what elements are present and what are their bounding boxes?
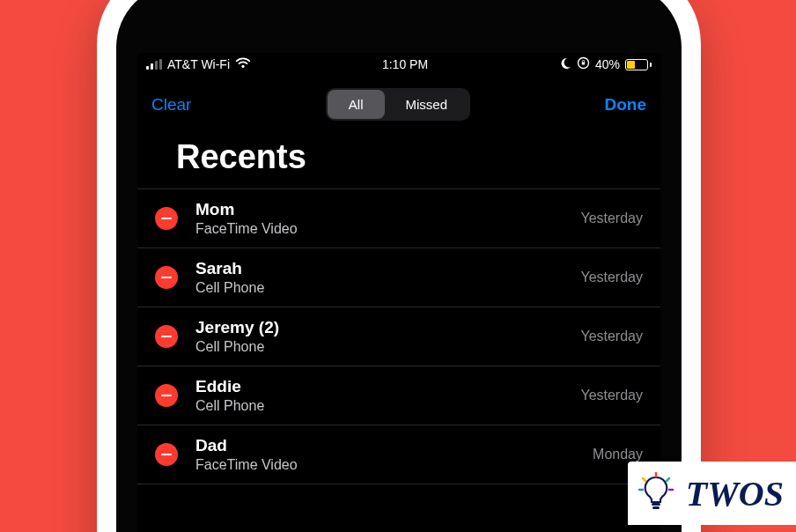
call-entry: Jeremy (2) Cell Phone: [192, 318, 566, 355]
contact-name: Sarah: [195, 259, 566, 278]
contact-name: Jeremy (2): [195, 318, 566, 337]
delete-icon[interactable]: [155, 384, 178, 407]
carrier-label: AT&T Wi-Fi: [167, 57, 230, 71]
call-entry: Sarah Cell Phone: [192, 259, 566, 296]
done-button[interactable]: Done: [605, 95, 647, 115]
segment-missed[interactable]: Missed: [385, 90, 469, 119]
recents-list: Mom FaceTime Video Yesterday Sarah Cell …: [137, 188, 660, 484]
watermark: TWOS: [628, 462, 796, 525]
delete-icon[interactable]: [155, 207, 178, 230]
call-entry: Eddie Cell Phone: [192, 377, 566, 414]
call-time: Yesterday: [580, 329, 643, 344]
segmented-control: All Missed: [326, 88, 470, 121]
list-item[interactable]: Dad FaceTime Video Monday: [137, 425, 660, 484]
call-type: Cell Phone: [195, 398, 566, 414]
lightbulb-icon: [635, 472, 677, 514]
call-time: Yesterday: [580, 388, 643, 403]
svg-rect-1: [582, 63, 585, 65]
list-item[interactable]: Jeremy (2) Cell Phone Yesterday: [137, 307, 660, 366]
contact-name: Mom: [195, 200, 566, 219]
list-item[interactable]: Mom FaceTime Video Yesterday: [137, 188, 660, 248]
svg-line-5: [643, 478, 645, 481]
wifi-icon: [235, 57, 251, 71]
call-entry: Mom FaceTime Video: [192, 200, 566, 237]
call-time: Yesterday: [580, 211, 643, 226]
page-title: Recents: [137, 129, 660, 188]
call-time: Monday: [593, 447, 643, 462]
call-type: Cell Phone: [195, 339, 566, 355]
cell-signal-icon: [146, 59, 162, 70]
call-type: Cell Phone: [195, 280, 566, 296]
status-bar: AT&T Wi-Fi 1:10 PM: [137, 53, 660, 76]
orientation-lock-icon: [577, 56, 590, 72]
svg-line-6: [667, 478, 669, 481]
list-item[interactable]: Sarah Cell Phone Yesterday: [137, 248, 660, 307]
watermark-text: TWOS: [686, 473, 784, 514]
clear-button[interactable]: Clear: [151, 95, 191, 115]
contact-name: Eddie: [195, 377, 566, 396]
call-entry: Dad FaceTime Video: [192, 436, 579, 473]
nav-bar: Clear All Missed Done: [137, 76, 660, 129]
call-type: FaceTime Video: [195, 457, 579, 473]
segment-all[interactable]: All: [328, 90, 385, 119]
contact-name: Dad: [195, 436, 579, 455]
moon-icon: [559, 57, 571, 72]
status-time: 1:10 PM: [382, 57, 428, 71]
call-type: FaceTime Video: [195, 221, 566, 237]
phone-bezel: AT&T Wi-Fi 1:10 PM: [116, 0, 682, 532]
call-time: Yesterday: [580, 270, 643, 285]
svg-rect-2: [652, 503, 660, 506]
phone-frame: AT&T Wi-Fi 1:10 PM: [97, 0, 701, 532]
delete-icon[interactable]: [155, 266, 178, 289]
delete-icon[interactable]: [155, 325, 178, 348]
screen: AT&T Wi-Fi 1:10 PM: [137, 53, 660, 532]
battery-icon: [625, 59, 652, 70]
list-item[interactable]: Eddie Cell Phone Yesterday: [137, 366, 660, 425]
delete-icon[interactable]: [155, 443, 178, 466]
svg-rect-3: [652, 506, 660, 509]
battery-pct: 40%: [595, 57, 620, 71]
